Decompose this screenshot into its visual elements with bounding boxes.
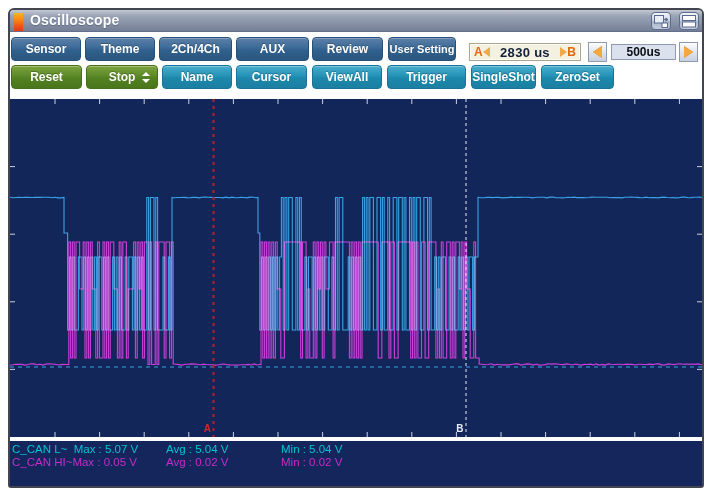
view-all-button[interactable]: ViewAll — [312, 65, 382, 89]
right-arrow-icon — [684, 46, 693, 58]
measurement-row-ch2: C_CAN HI~Max : 0.05 V Avg : 0.02 V Min :… — [10, 456, 702, 469]
split-window-icon — [682, 15, 696, 28]
timebase-value[interactable]: 500us — [611, 44, 676, 60]
user-setting-button[interactable]: User Setting — [388, 37, 456, 61]
split-window-button[interactable] — [679, 12, 699, 30]
window-title: Oscilloscope — [30, 12, 120, 28]
channel-mode-button[interactable]: 2Ch/4Ch — [159, 37, 232, 61]
ch1-max-readout: C_CAN L~ Max : 5.07 V — [12, 443, 138, 455]
aux-button[interactable]: AUX — [236, 37, 309, 61]
measurement-panel: C_CAN L~ Max : 5.07 V Avg : 5.04 V Min :… — [10, 441, 702, 486]
ch2-max-readout: C_CAN HI~Max : 0.05 V — [12, 456, 137, 468]
cursor-b-arrow-icon — [560, 47, 567, 57]
stop-spinner-icon — [142, 72, 150, 83]
stop-button[interactable]: Stop — [86, 65, 158, 89]
oscilloscope-window: Oscilloscope Sensor Theme 2Ch/4Ch AUX Re… — [8, 8, 704, 488]
waveform-display[interactable]: AB — [10, 99, 702, 437]
sensor-button[interactable]: Sensor — [11, 37, 81, 61]
cursor-ab-value: 2830 us — [490, 45, 561, 60]
ch2-min-readout: Min : 0.02 V — [281, 456, 342, 468]
app-icon — [14, 13, 23, 31]
single-shot-button[interactable]: SingleShot — [471, 65, 536, 89]
theme-button[interactable]: Theme — [85, 37, 155, 61]
trigger-button[interactable]: Trigger — [387, 65, 466, 89]
ch1-avg-readout: Avg : 5.04 V — [166, 443, 228, 455]
cursor-a-label: A — [474, 45, 483, 59]
measurement-row-ch1: C_CAN L~ Max : 5.07 V Avg : 5.04 V Min :… — [10, 443, 702, 456]
left-arrow-icon — [593, 46, 602, 58]
trace-magenta-c-can-hi — [10, 242, 702, 365]
stop-button-label: Stop — [109, 70, 136, 84]
cursor-a-marker: A — [204, 423, 211, 434]
review-button[interactable]: Review — [312, 37, 383, 61]
scope-svg: AB — [10, 99, 702, 437]
title-bar: Oscilloscope — [10, 10, 702, 32]
zero-set-button[interactable]: ZeroSet — [541, 65, 614, 89]
name-button[interactable]: Name — [162, 65, 232, 89]
cursor-button[interactable]: Cursor — [236, 65, 307, 89]
cursor-a-arrow-icon — [483, 47, 490, 57]
timebase-decrease-button[interactable] — [588, 42, 607, 62]
ch2-avg-readout: Avg : 0.02 V — [166, 456, 228, 468]
screen-capture-icon — [654, 15, 668, 28]
timebase-increase-button[interactable] — [679, 42, 698, 62]
reset-button[interactable]: Reset — [11, 65, 82, 89]
cursor-b-label: B — [567, 45, 576, 59]
screen-capture-button[interactable] — [651, 12, 671, 30]
cursor-ab-readout[interactable]: A 2830 us B — [469, 43, 581, 61]
cursor-b-marker: B — [456, 423, 463, 434]
ch1-min-readout: Min : 5.04 V — [281, 443, 342, 455]
